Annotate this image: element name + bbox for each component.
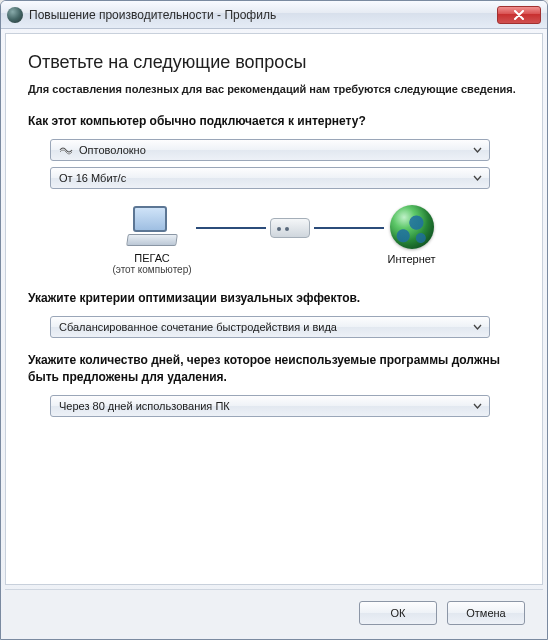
question-unused-days: Укажите количество дней, через которое н… <box>28 352 520 384</box>
visual-effects-dropdown[interactable]: Сбалансированное сочетание быстродействи… <box>50 316 490 338</box>
connector-line <box>196 227 266 229</box>
page-subtitle: Для составления полезных для вас рекомен… <box>28 83 520 95</box>
visual-effects-value: Сбалансированное сочетание быстродействи… <box>59 321 469 333</box>
pc-label: ПЕГАС <box>134 252 170 264</box>
pc-sublabel: (этот компьютер) <box>112 264 191 275</box>
content-area: Ответьте на следующие вопросы Для состав… <box>5 33 543 585</box>
diagram-pc-node: ПЕГАС (этот компьютер) <box>112 206 191 275</box>
fiber-icon <box>59 144 73 156</box>
question-connection: Как этот компьютер обычно подключается к… <box>28 113 520 129</box>
close-icon <box>513 10 525 20</box>
unused-days-dropdown[interactable]: Через 80 дней использования ПК <box>50 395 490 417</box>
question-visual-effects: Укажите критерии оптимизации визуальных … <box>28 290 520 306</box>
network-diagram: ПЕГАС (этот компьютер) Интернет <box>28 205 520 276</box>
page-heading: Ответьте на следующие вопросы <box>28 52 520 73</box>
unused-days-value: Через 80 дней использования ПК <box>59 400 469 412</box>
diagram-internet-node: Интернет <box>388 205 436 276</box>
connection-type-dropdown[interactable]: Оптоволокно <box>50 139 490 161</box>
router-icon <box>270 218 310 238</box>
ok-button[interactable]: ОК <box>359 601 437 625</box>
cancel-button[interactable]: Отмена <box>447 601 525 625</box>
diagram-router-node <box>270 218 310 238</box>
app-icon <box>7 7 23 23</box>
chevron-down-icon <box>469 170 485 186</box>
chevron-down-icon <box>469 142 485 158</box>
chevron-down-icon <box>469 398 485 414</box>
titlebar[interactable]: Повышение производительности - Профиль <box>1 1 547 29</box>
button-bar: ОК Отмена <box>5 589 543 635</box>
close-button[interactable] <box>497 6 541 24</box>
dialog-window: Повышение производительности - Профиль О… <box>0 0 548 640</box>
connection-type-value: Оптоволокно <box>79 144 469 156</box>
connector-line <box>314 227 384 229</box>
chevron-down-icon <box>469 319 485 335</box>
globe-icon <box>390 205 434 249</box>
connection-speed-value: От 16 Мбит/с <box>59 172 469 184</box>
window-title: Повышение производительности - Профиль <box>29 8 497 22</box>
internet-label: Интернет <box>388 253 436 265</box>
computer-icon <box>127 206 177 248</box>
connection-speed-dropdown[interactable]: От 16 Мбит/с <box>50 167 490 189</box>
